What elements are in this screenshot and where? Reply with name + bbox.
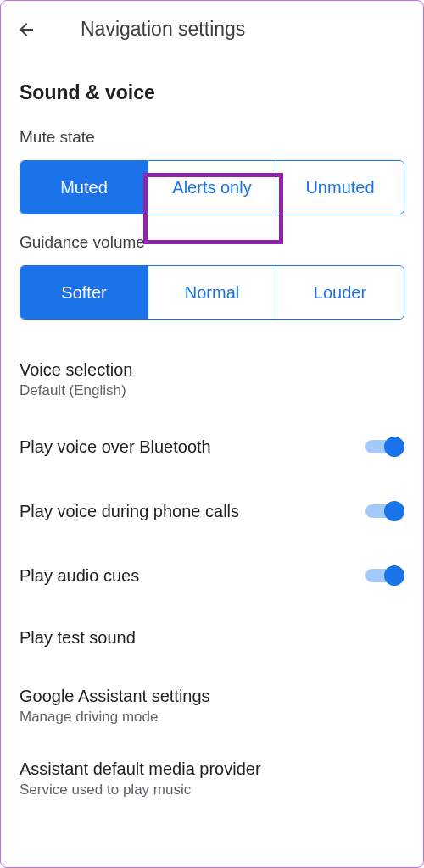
phone-calls-toggle-label: Play voice during phone calls xyxy=(20,502,239,521)
mute-state-label: Mute state xyxy=(1,113,423,153)
app-header: Navigation settings xyxy=(1,1,423,58)
guidance-volume-normal[interactable]: Normal xyxy=(148,266,276,319)
play-test-sound-label: Play test sound xyxy=(20,628,404,648)
assistant-settings-title: Google Assistant settings xyxy=(20,687,404,706)
guidance-volume-softer[interactable]: Softer xyxy=(20,266,148,319)
guidance-volume-label: Guidance volume xyxy=(1,214,423,259)
play-test-sound-row[interactable]: Play test sound xyxy=(1,608,423,668)
phone-calls-toggle-row[interactable]: Play voice during phone calls xyxy=(1,479,423,543)
media-provider-row[interactable]: Assistant default media provider Service… xyxy=(1,741,423,814)
switch-thumb xyxy=(384,565,404,586)
voice-selection-subtitle: Default (English) xyxy=(20,382,404,399)
mute-state-muted[interactable]: Muted xyxy=(20,161,148,214)
audio-cues-toggle-row[interactable]: Play audio cues xyxy=(1,543,423,608)
phone-calls-switch[interactable] xyxy=(365,499,404,523)
media-provider-subtitle: Service used to play music xyxy=(20,782,404,798)
mute-state-control: Muted Alerts only Unmuted xyxy=(20,160,404,214)
switch-thumb xyxy=(384,501,404,521)
bluetooth-toggle-row[interactable]: Play voice over Bluetooth xyxy=(1,415,423,479)
media-provider-title: Assistant default media provider xyxy=(20,760,404,779)
guidance-volume-louder[interactable]: Louder xyxy=(276,266,404,319)
switch-thumb xyxy=(384,437,404,457)
back-arrow-icon[interactable] xyxy=(16,19,36,40)
audio-cues-switch[interactable] xyxy=(365,564,404,587)
bluetooth-toggle-label: Play voice over Bluetooth xyxy=(20,437,211,457)
bluetooth-switch[interactable] xyxy=(365,435,404,459)
voice-selection-row[interactable]: Voice selection Default (English) xyxy=(1,345,423,415)
voice-selection-title: Voice selection xyxy=(20,360,404,380)
mute-state-unmuted[interactable]: Unmuted xyxy=(276,161,404,214)
assistant-settings-row[interactable]: Google Assistant settings Manage driving… xyxy=(1,668,423,741)
section-sound-voice: Sound & voice xyxy=(1,78,423,113)
audio-cues-toggle-label: Play audio cues xyxy=(20,566,139,586)
mute-state-alerts-only[interactable]: Alerts only xyxy=(148,161,276,214)
settings-list: Voice selection Default (English) Play v… xyxy=(1,345,423,814)
guidance-volume-control: Softer Normal Louder xyxy=(20,265,404,320)
page-title: Navigation settings xyxy=(81,18,245,41)
assistant-settings-subtitle: Manage driving mode xyxy=(20,709,404,726)
